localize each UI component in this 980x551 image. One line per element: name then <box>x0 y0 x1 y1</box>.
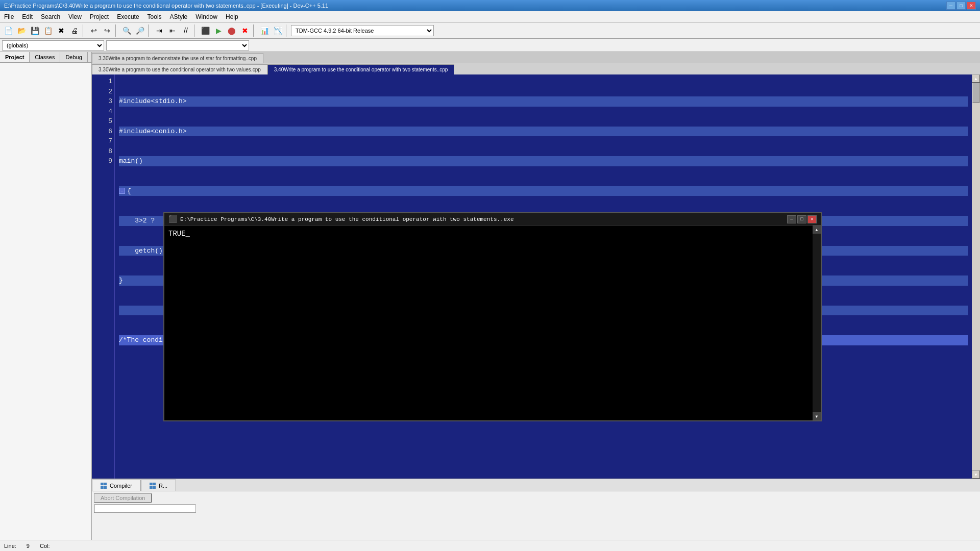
menu-help[interactable]: Help <box>222 12 242 21</box>
left-panel: Project Classes Debug <box>0 52 92 540</box>
abort-compilation-button[interactable]: Abort Compilation <box>94 493 152 503</box>
menu-file[interactable]: File <box>0 12 18 21</box>
minimize-button[interactable]: ─ <box>946 2 955 10</box>
tab-debug[interactable]: Debug <box>60 52 87 62</box>
bottom-content: Abort Compilation <box>92 491 980 540</box>
file-tabs: 3.30Write a program to use the condition… <box>92 63 980 74</box>
bottom-panel: Compiler R... Abort Compilation <box>92 479 980 540</box>
progress-bar <box>94 505 196 513</box>
titlebar: E:\Practice Programs\C\3.40Write a progr… <box>0 0 980 11</box>
bottom-tabs: Compiler R... <box>92 479 980 491</box>
console-scroll-down[interactable]: ▼ <box>813 412 821 420</box>
file-tab-conditional-statements[interactable]: 3.40Write a program to use the condition… <box>267 64 455 74</box>
window-controls: ─ □ ✕ <box>946 2 976 10</box>
toolbar-separator-1 <box>83 24 86 37</box>
console-window: ⬛ E:\Practice Programs\C\3.40Write a pro… <box>163 212 822 421</box>
find-button[interactable]: 🔍 <box>120 24 133 37</box>
close-file-button[interactable]: ✖ <box>55 24 67 37</box>
menu-astyle[interactable]: AStyle <box>166 12 192 21</box>
code-line-3: main() <box>119 156 968 166</box>
maximize-button[interactable]: □ <box>957 2 966 10</box>
tab-project[interactable]: Project <box>0 52 30 62</box>
menu-window[interactable]: Window <box>191 12 222 21</box>
code-line-2: #include<conio.h> <box>119 127 968 137</box>
compiler-icon <box>101 483 107 489</box>
console-title-area: ⬛ E:\Practice Programs\C\3.40Write a pro… <box>168 215 787 223</box>
console-minimize-button[interactable]: ─ <box>787 215 796 223</box>
indent-button[interactable]: ⇥ <box>153 24 165 37</box>
toolbar-separator-2 <box>115 24 118 37</box>
console-scrollbar[interactable]: ▲ ▼ <box>813 226 821 420</box>
menu-search[interactable]: Search <box>37 12 64 21</box>
menu-execute[interactable]: Execute <box>113 12 143 21</box>
undo-button[interactable]: ↩ <box>88 24 100 37</box>
compile-run-button[interactable]: ⬤ <box>226 24 238 37</box>
save-all-button[interactable]: 📋 <box>42 24 54 37</box>
compile-button[interactable]: ⬛ <box>199 24 211 37</box>
debug-button[interactable]: 📊 <box>258 24 271 37</box>
function-select[interactable] <box>106 40 249 51</box>
compiler-tab-label: Compiler <box>110 483 132 489</box>
print-button[interactable]: 🖨 <box>68 24 81 37</box>
new-button[interactable]: 📄 <box>2 24 14 37</box>
profile-button[interactable]: 📉 <box>272 24 284 37</box>
redo-button[interactable]: ↪ <box>101 24 113 37</box>
line-label: Line: <box>4 543 16 549</box>
editor-scrollbar[interactable]: ▲ ▼ <box>972 74 980 479</box>
console-close-button[interactable]: ✕ <box>807 215 817 223</box>
code-line-4: -{ <box>119 186 968 196</box>
menu-project[interactable]: Project <box>86 12 113 21</box>
toolbar2: (globals) <box>0 39 980 52</box>
toolbar-separator-5 <box>253 24 256 37</box>
console-titlebar: ⬛ E:\Practice Programs\C\3.40Write a pro… <box>164 213 821 226</box>
menu-view[interactable]: View <box>64 12 86 21</box>
console-scroll-up[interactable]: ▲ <box>813 226 821 234</box>
unindent-button[interactable]: ⇤ <box>166 24 179 37</box>
stop-button[interactable]: ✖ <box>239 24 251 37</box>
save-button[interactable]: 💾 <box>29 24 41 37</box>
code-line-1: #include<stdio.h> <box>119 96 968 107</box>
compiler-select[interactable]: TDM-GCC 4.9.2 64-bit Release <box>291 25 434 36</box>
open-button[interactable]: 📂 <box>15 24 28 37</box>
editor-area: 3.30Write a program to demonstrate the u… <box>92 52 980 540</box>
tab-classes[interactable]: Classes <box>30 52 60 62</box>
menubar: File Edit Search View Project Execute To… <box>0 11 980 22</box>
panel-content <box>0 63 91 540</box>
scroll-track[interactable] <box>972 83 980 470</box>
resources-icon <box>150 483 156 489</box>
upper-file-tabs: 3.30Write a program to demonstrate the u… <box>92 52 980 63</box>
col-label: Col: <box>40 543 50 549</box>
console-output: TRUE_ <box>168 230 190 238</box>
console-content[interactable]: TRUE_ <box>164 226 821 420</box>
scroll-down-button[interactable]: ▼ <box>972 470 980 479</box>
line-value: 9 <box>27 543 30 549</box>
line-numbers: 1 2 3 4 5 6 7 8 9 <box>92 74 115 479</box>
toolbar-separator-3 <box>148 24 151 37</box>
toggle-comment-button[interactable]: // <box>180 24 192 37</box>
code-area[interactable]: 1 2 3 4 5 6 7 8 9 #include<stdio.h> #inc… <box>92 74 980 479</box>
toolbar: 📄 📂 💾 📋 ✖ 🖨 ↩ ↪ 🔍 🔎 ⇥ ⇤ // ⬛ ▶ ⬤ ✖ 📊 📉 T… <box>0 22 980 39</box>
panel-tabs: Project Classes Debug <box>0 52 91 63</box>
file-tab-star-format[interactable]: 3.30Write a program to demonstrate the u… <box>92 53 263 63</box>
tab-compiler[interactable]: Compiler <box>92 480 141 491</box>
menu-edit[interactable]: Edit <box>18 12 37 21</box>
console-controls: ─ □ ✕ <box>787 215 817 223</box>
file-tab-conditional-values[interactable]: 3.30Write a program to use the condition… <box>92 64 267 74</box>
console-scroll-track <box>813 234 821 412</box>
close-button[interactable]: ✕ <box>967 2 976 10</box>
tab-resources[interactable]: R... <box>141 480 176 491</box>
console-title-text: E:\Practice Programs\C\3.40Write a progr… <box>180 216 514 222</box>
fold-marker[interactable]: - <box>119 188 125 194</box>
statusbar: Line: 9 Col: <box>0 540 980 551</box>
toolbar-separator-4 <box>194 24 197 37</box>
menu-tools[interactable]: Tools <box>143 12 166 21</box>
console-maximize-button[interactable]: □ <box>797 215 806 223</box>
toolbar-separator-6 <box>286 24 289 37</box>
replace-button[interactable]: 🔎 <box>134 24 146 37</box>
globals-select[interactable]: (globals) <box>2 40 104 51</box>
resources-tab-label: R... <box>159 483 167 489</box>
scroll-up-button[interactable]: ▲ <box>972 74 980 83</box>
scroll-thumb[interactable] <box>972 83 979 103</box>
window-title: E:\Practice Programs\C\3.40Write a progr… <box>4 3 946 9</box>
run-button[interactable]: ▶ <box>212 24 225 37</box>
